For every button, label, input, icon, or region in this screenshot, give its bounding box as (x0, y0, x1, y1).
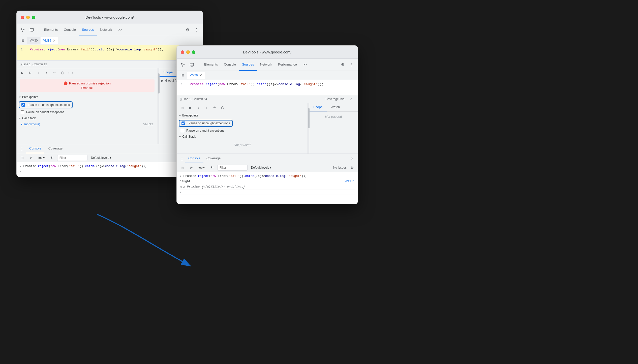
code-area-1: 1 Promise.reject(new Error('fail')).catc… (17, 45, 203, 60)
tab-elements-2[interactable]: Elements (201, 59, 221, 71)
file-tab-vm29-close[interactable]: ✕ (199, 74, 202, 77)
inspect-element-icon-2[interactable] (179, 61, 187, 69)
coverage-expand-icon[interactable]: ⤢ (348, 96, 355, 103)
call-stack-triangle-icon: ▼ (19, 117, 21, 120)
close-button-1[interactable] (21, 16, 24, 19)
tab-sources-1[interactable]: Sources (79, 24, 97, 36)
breakpoints-toggle-icon-2[interactable]: ⊞ (179, 104, 186, 111)
file-tab-vm29[interactable]: VM29 ✕ (187, 72, 205, 79)
console-more-btn-1[interactable]: ⋮ (19, 145, 25, 153)
eye-icon-1[interactable]: 👁 (48, 154, 55, 161)
call-stack-item-1: ● (anonymous) VM39:1 (17, 122, 158, 127)
step-over-icon-2[interactable]: ↓ (195, 104, 202, 111)
device-toolbar-icon[interactable] (28, 26, 36, 34)
maximize-button-2[interactable] (192, 50, 195, 54)
deactivate-breakpoints-icon[interactable]: ⬡ (59, 69, 66, 76)
file-tab-vm39-close[interactable]: ✕ (53, 39, 56, 42)
scope-tab-scope-1[interactable]: Scope (159, 68, 177, 77)
console-tab-coverage-2[interactable]: Coverage (203, 154, 224, 163)
sidebar-toggle-icon[interactable]: ⊞ (19, 37, 27, 45)
clear-console-icon-2[interactable]: ⊘ (188, 164, 195, 171)
breakpoints-section-header-1[interactable]: ▼ Breakpoints (17, 94, 158, 100)
scroll-thumb-2[interactable] (308, 108, 310, 128)
tab-more-1[interactable]: >> (115, 24, 125, 36)
step-icon-2[interactable]: ↷ (211, 104, 218, 111)
tab-performance-2[interactable]: Performance (275, 59, 300, 71)
sidebar-icon-console-2[interactable]: ⊞ (179, 164, 186, 171)
minimize-button-1[interactable] (26, 16, 30, 19)
default-levels-btn-1[interactable]: Default levels ▾ (89, 155, 113, 161)
step-icon[interactable]: ↷ (51, 69, 58, 76)
tab-elements-1[interactable]: Elements (41, 24, 61, 36)
call-stack-section-header-1[interactable]: ▼ Call Stack (17, 115, 158, 122)
tab-network-1[interactable]: Network (97, 24, 115, 36)
console-body-1: › Promise.reject(new Error('fail')).catc… (17, 162, 203, 177)
file-tab-vm39[interactable]: VM39 ✕ (41, 37, 58, 44)
scope-tab-scope-2[interactable]: Scope (309, 103, 327, 111)
console-line-1: › Promise.reject(new Error('fail')).catc… (20, 164, 200, 169)
eye-icon-2[interactable]: 👁 (208, 164, 215, 171)
clear-console-icon-1[interactable]: ⊘ (28, 154, 35, 161)
maximize-button-1[interactable] (32, 16, 35, 19)
step-into-icon[interactable]: ↓ (35, 69, 42, 76)
step-over-icon[interactable]: ↻ (27, 69, 34, 76)
minimize-button-2[interactable] (186, 50, 190, 54)
tab-console-1[interactable]: Console (61, 24, 79, 36)
tab-sources-2[interactable]: Sources (239, 59, 257, 71)
settings-icon-2[interactable]: ⚙ (349, 164, 356, 171)
debug-toolbar-2: ⊞ ▶ ↓ ↑ ↷ ⬡ (177, 103, 308, 112)
console-more-btn-2[interactable]: ⋮ (179, 155, 185, 162)
device-toolbar-icon-2[interactable] (188, 61, 196, 69)
gear-icon-2[interactable]: ⚙ (339, 61, 347, 69)
breakpoint-caught-checkbox-2[interactable] (181, 129, 184, 132)
console-panel-2: ⋮ Console Coverage ✕ ⊞ ⊘ top ▾ 👁 Default… (177, 154, 358, 204)
inspect-element-icon[interactable] (19, 26, 27, 34)
breakpoints-label-1: Breakpoints (22, 95, 38, 99)
sidebar-icon-console-1[interactable]: ⊞ (19, 154, 26, 161)
close-button-2[interactable] (181, 50, 184, 54)
sidebar-toggle-icon-2[interactable]: ⊞ (179, 71, 187, 79)
console-tab-console-1[interactable]: Console (26, 144, 44, 153)
call-stack-section-header-2[interactable]: ▼ Call Stack (177, 133, 308, 140)
file-tab-vm39-label: VM39 (43, 39, 51, 42)
top-dropdown-1[interactable]: top ▾ (37, 155, 46, 161)
code-content-1: Promise.reject(new Error('fail')).catch(… (30, 48, 199, 51)
breakpoint-caught-checkbox-1[interactable] (21, 110, 24, 114)
more-vert-icon[interactable]: ⋮ (193, 26, 201, 34)
more-vert-icon-2[interactable]: ⋮ (348, 61, 356, 69)
deactivate-breakpoints-icon-2[interactable]: ⬡ (219, 104, 226, 111)
breakpoint-uncaught-checkbox-1[interactable] (21, 103, 25, 107)
default-levels-btn-2[interactable]: Default levels ▾ (250, 165, 273, 170)
console-caught-text: caught (180, 180, 343, 183)
top-dropdown-2[interactable]: top ▾ (197, 165, 206, 170)
console-tab-coverage-1[interactable]: Coverage (45, 144, 66, 153)
gear-icon[interactable]: ⚙ (184, 26, 192, 34)
console-panel-1: ⋮ Console Coverage ⊞ ⊘ top ▾ 👁 Default l… (17, 144, 203, 177)
line-number-2: 1 (181, 82, 186, 86)
step-out-icon-2[interactable]: ↑ (203, 104, 210, 111)
step-out-icon[interactable]: ↑ (43, 69, 50, 76)
vm29-link[interactable]: VM29:1 (345, 180, 355, 183)
breakpoint-uncaught-checkbox-2[interactable] (181, 122, 185, 125)
levels-chevron-icon-2: ▾ (270, 166, 271, 169)
filter-input-2[interactable] (217, 165, 248, 171)
console-tab-console-2[interactable]: Console (185, 154, 203, 163)
dont-pause-icon[interactable]: ⟷ (67, 69, 74, 76)
tab-console-2[interactable]: Console (221, 59, 239, 71)
breakpoints-section-header-2[interactable]: ▼ Breakpoints (177, 112, 308, 119)
file-tab-vm30[interactable]: VM30 (27, 37, 40, 44)
breakpoint-uncaught-label-2: Pause on uncaught exceptions (189, 122, 230, 125)
resume-icon-2[interactable]: ▶ (187, 104, 194, 111)
scroll-thumb-1[interactable] (158, 73, 160, 94)
close-console-icon-2[interactable]: ✕ (349, 155, 356, 162)
tab-network-2[interactable]: Network (257, 59, 275, 71)
console-arrow-1: › (20, 165, 21, 168)
filter-input-1[interactable] (57, 155, 87, 161)
code-area-2: 1 Promise.reject(new Error('fail')).catc… (177, 80, 358, 95)
status-bar-1: {} Line 1, Column 13 Coverage: n/a (17, 60, 203, 68)
tab-more-2[interactable]: >> (300, 59, 310, 71)
scope-not-paused-2: Not paused (309, 112, 358, 122)
scope-tab-watch-2[interactable]: Watch (327, 103, 344, 111)
console-cursor-icon: › (20, 170, 21, 173)
resume-icon[interactable]: ▶ (19, 69, 26, 76)
